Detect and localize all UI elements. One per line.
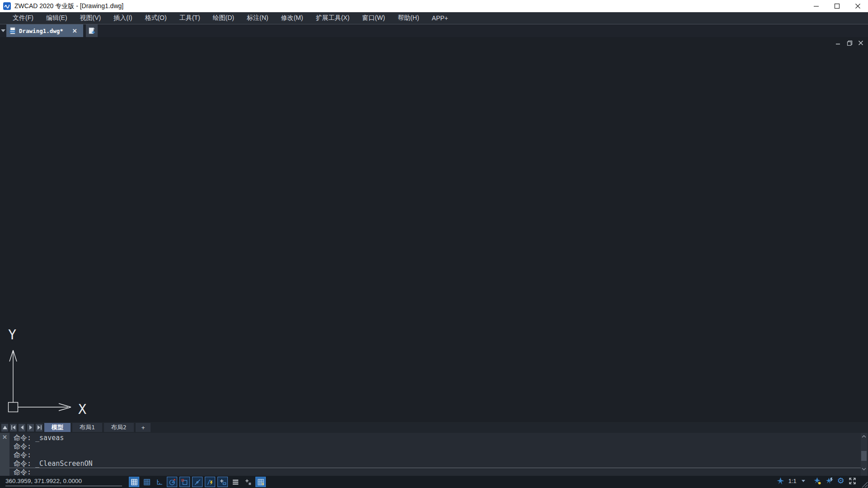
prev-page-icon [20, 425, 24, 430]
doc-minimize-button[interactable] [835, 40, 842, 46]
scroll-down-button[interactable] [861, 465, 867, 473]
menu-item-draw[interactable]: 绘图(D) [207, 12, 241, 24]
dyn-toggle[interactable] [217, 477, 228, 487]
object-tracking-icon [193, 478, 202, 486]
next-page-icon [29, 425, 33, 430]
zwcad-window: ZWCAD 2020 专业版 - [Drawing1.dwg] 文件(F) 编辑… [0, 0, 868, 488]
document-tab-bar: Drawing1.dwg* ✕ [0, 24, 868, 37]
command-scrollbar[interactable] [861, 433, 867, 476]
snap-toggle[interactable] [142, 477, 152, 487]
command-close-icon[interactable]: ✕ [2, 434, 7, 476]
scale-dropdown-icon[interactable] [802, 480, 805, 482]
annotation-scale-value[interactable]: 1:1 [788, 478, 797, 484]
menu-item-file[interactable]: 文件(F) [6, 12, 40, 24]
menu-item-window[interactable]: 窗口(W) [356, 12, 392, 24]
fullscreen-icon[interactable] [849, 477, 856, 485]
grid-toggle[interactable] [129, 477, 139, 487]
scroll-up-button[interactable] [861, 433, 867, 440]
ortho-icon [156, 478, 164, 486]
menu-item-express[interactable]: 扩展工具(X) [309, 12, 356, 24]
polar-tracking-icon [168, 478, 176, 486]
quick-properties-icon [244, 478, 252, 486]
layout-collapse-button[interactable] [1, 424, 8, 432]
command-panel-gutter: ✕ [0, 433, 9, 476]
otrack-toggle[interactable] [192, 477, 203, 487]
menu-item-tools[interactable]: 工具(T) [173, 12, 207, 24]
dynamic-input-icon [219, 478, 227, 486]
chevron-down-icon [862, 468, 866, 470]
menu-item-format[interactable]: 格式(O) [138, 12, 173, 24]
osnap-toggle[interactable] [179, 477, 190, 487]
tab-layout1[interactable]: 布局1 [72, 423, 102, 432]
command-history-line: 命令: [14, 442, 859, 451]
ducs-toggle[interactable] [205, 477, 215, 487]
layout-prev-button[interactable] [19, 424, 25, 432]
window-title: ZWCAD 2020 专业版 - [Drawing1.dwg] [14, 2, 123, 10]
command-history-line: 命令: _CleanScreenON [14, 460, 859, 468]
object-snap-icon [181, 478, 189, 486]
tab-layout2[interactable]: 布局2 [104, 423, 134, 432]
chevron-down-icon [1, 29, 5, 32]
new-document-icon [88, 27, 96, 35]
grid-icon [130, 478, 138, 486]
title-bar: ZWCAD 2020 专业版 - [Drawing1.dwg] [0, 0, 868, 12]
gear-icon[interactable]: ⚙ [837, 477, 844, 485]
status-toggles [129, 477, 266, 487]
lineweight-icon [231, 478, 240, 486]
triangle-up-icon [3, 426, 7, 429]
chevron-up-icon [862, 435, 866, 438]
dynamic-ucs-icon [206, 478, 214, 486]
scrollbar-thumb[interactable] [861, 451, 867, 461]
zwcad-logo-icon [3, 2, 11, 10]
menu-item-dimension[interactable]: 标注(N) [241, 12, 274, 24]
tab-close-icon[interactable]: ✕ [72, 28, 77, 34]
command-history-line: 命令: _saveas [14, 434, 859, 442]
menu-item-edit[interactable]: 编辑(E) [40, 12, 74, 24]
doc-restore-button[interactable] [846, 40, 853, 46]
last-page-icon [37, 425, 42, 430]
annotation-autoscale-icon[interactable] [826, 477, 833, 485]
add-layout-button[interactable]: + [136, 423, 151, 432]
snap-grid-icon [143, 478, 151, 486]
menu-item-view[interactable]: 视图(V) [74, 12, 108, 24]
status-bar: 360.3959, 371.9922, 0.0000 [0, 476, 868, 488]
resize-grip[interactable] [859, 479, 868, 488]
polar-toggle[interactable] [167, 477, 177, 487]
close-button[interactable] [847, 0, 868, 12]
command-history-line: 命令: [14, 451, 859, 460]
maximize-button[interactable] [826, 0, 847, 12]
first-page-icon [11, 425, 16, 430]
lineweight-toggle[interactable] [230, 477, 241, 487]
coordinates-display[interactable]: 360.3959, 371.9922, 0.0000 [5, 478, 122, 486]
command-panel[interactable]: ✕ 命令: _saveas 命令: 命令: 命令: _CleanScreenON… [0, 433, 868, 476]
new-drawing-button[interactable] [86, 24, 98, 37]
drawing-canvas[interactable]: Y X [0, 37, 868, 422]
layout-last-button[interactable] [36, 424, 42, 432]
menu-item-help[interactable]: 帮助(H) [392, 12, 425, 24]
dwg-file-icon [9, 27, 16, 35]
cleanscreen-icon [257, 478, 265, 486]
ortho-toggle[interactable] [154, 477, 165, 487]
command-history: 命令: _saveas 命令: 命令: 命令: _CleanScreenON [14, 434, 859, 468]
minimize-button[interactable] [806, 0, 826, 12]
menu-item-modify[interactable]: 修改(M) [274, 12, 309, 24]
command-input[interactable]: 命令: [14, 469, 31, 476]
ucs-x-label: X [78, 401, 86, 417]
tab-list-dropdown[interactable] [0, 24, 6, 37]
menu-item-app[interactable]: APP+ [425, 12, 454, 24]
tab-model[interactable]: 模型 [44, 423, 71, 432]
menu-item-insert[interactable]: 插入(I) [107, 12, 138, 24]
document-tab[interactable]: Drawing1.dwg* ✕ [6, 24, 83, 37]
annotation-scale-icon[interactable] [777, 477, 784, 485]
layout-first-button[interactable] [10, 424, 17, 432]
ucs-y-label: Y [8, 327, 16, 343]
quick-properties-toggle[interactable] [243, 477, 253, 487]
document-window-controls [835, 40, 864, 46]
status-right-group: 1:1 ⚙ [777, 477, 856, 485]
layout-next-button[interactable] [27, 424, 34, 432]
ucs-icon: Y X [0, 324, 104, 419]
doc-close-button[interactable] [857, 40, 864, 46]
cleanscreen-toggle[interactable] [255, 477, 266, 487]
command-separator [9, 468, 861, 468]
annotation-visibility-icon[interactable] [814, 477, 821, 485]
